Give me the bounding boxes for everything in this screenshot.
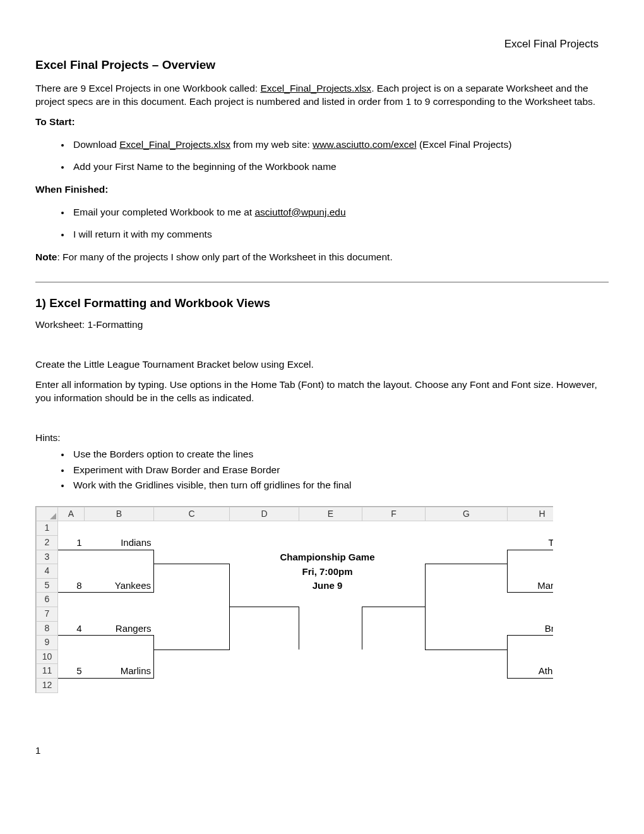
intro-text-1: There are 9 Excel Projects in one Workbo…: [35, 83, 260, 94]
select-all-corner[interactable]: [37, 507, 58, 521]
row-header[interactable]: 9: [37, 636, 58, 650]
row-header[interactable]: 8: [37, 621, 58, 636]
col-header[interactable]: H: [508, 507, 554, 521]
list-item: Email your completed Workbook to me at a…: [71, 205, 609, 219]
list-item: Work with the Gridlines visible, then tu…: [71, 478, 609, 492]
row-header[interactable]: 10: [37, 650, 58, 664]
cell[interactable]: Mariners: [508, 578, 554, 593]
to-start-list: Download Excel_Final_Projects.xlsx from …: [35, 138, 609, 174]
page-title: Excel Final Projects – Overview: [35, 57, 609, 74]
cell[interactable]: 8: [58, 578, 85, 593]
row-header[interactable]: 11: [37, 664, 58, 679]
excel-screenshot: A B C D E F G H I 1 2 1 Indians Tigers 2…: [35, 506, 553, 693]
note-label: Note: [35, 251, 57, 262]
row-header[interactable]: 4: [37, 564, 58, 579]
col-header-row: A B C D E F G H I: [37, 507, 554, 521]
li-text: (Excel Final Projects): [417, 139, 512, 150]
cell[interactable]: Fri, 7:00pm: [230, 564, 426, 579]
row-header[interactable]: 12: [37, 679, 58, 693]
col-header[interactable]: F: [362, 507, 426, 521]
note-paragraph: Note: For many of the projects I show on…: [35, 250, 609, 264]
when-finished-label: When Finished:: [35, 183, 609, 196]
cell[interactable]: Marlins: [85, 664, 154, 679]
cell[interactable]: 4: [58, 621, 85, 636]
page-number: 1: [35, 744, 609, 757]
cell[interactable]: Athletics: [508, 664, 554, 679]
note-text: : For many of the projects I show only p…: [57, 251, 392, 262]
li-filename: Excel_Final_Projects.xlsx: [119, 139, 230, 150]
li-email[interactable]: asciuttof@wpunj.edu: [254, 207, 345, 217]
header-title: Excel Final Projects: [504, 37, 599, 52]
list-item: Download Excel_Final_Projects.xlsx from …: [71, 138, 609, 152]
section-text: Enter all information by typing. Use opt…: [35, 378, 609, 405]
list-item: Add your First Name to the beginning of …: [71, 160, 609, 174]
hints-list: Use the Borders option to create the lin…: [35, 447, 609, 492]
cell[interactable]: 5: [58, 664, 85, 679]
col-header[interactable]: G: [426, 507, 508, 521]
list-item: Experiment with Draw Border and Erase Bo…: [71, 463, 609, 477]
row-header[interactable]: 3: [37, 550, 58, 564]
section-text: Create the Little League Tournament Brac…: [35, 358, 609, 372]
cell[interactable]: Rangers: [85, 621, 154, 636]
cell[interactable]: 1: [58, 536, 85, 550]
cell[interactable]: Tigers: [508, 536, 554, 550]
col-header[interactable]: A: [58, 507, 85, 521]
cell[interactable]: June 9: [230, 578, 426, 593]
li-text: Download: [73, 139, 119, 150]
divider: [35, 282, 609, 282]
cell[interactable]: Indians: [85, 536, 154, 550]
cell[interactable]: Championship Game: [230, 550, 426, 564]
row-header[interactable]: 7: [37, 607, 58, 622]
intro-paragraph: There are 9 Excel Projects in one Workbo…: [35, 82, 609, 109]
row-header[interactable]: 6: [37, 593, 58, 607]
li-text: Email your completed Workbook to me at: [73, 207, 254, 217]
li-url[interactable]: www.asciutto.com/excel: [313, 139, 417, 150]
col-header[interactable]: D: [230, 507, 299, 521]
row-header[interactable]: 1: [37, 521, 58, 536]
worksheet-name: Worksheet: 1-Formatting: [35, 318, 609, 332]
section-title: 1) Excel Formatting and Workbook Views: [35, 295, 609, 312]
row-header[interactable]: 2: [37, 536, 58, 550]
excel-grid: A B C D E F G H I 1 2 1 Indians Tigers 2…: [36, 507, 553, 693]
cell[interactable]: Yankees: [85, 578, 154, 593]
list-item: Use the Borders option to create the lin…: [71, 447, 609, 461]
col-header[interactable]: C: [154, 507, 230, 521]
cell[interactable]: Braves: [508, 621, 554, 636]
list-item: I will return it with my comments: [71, 227, 609, 241]
col-header[interactable]: B: [85, 507, 154, 521]
li-text: from my web site:: [230, 139, 313, 150]
intro-filename: Excel_Final_Projects.xlsx: [260, 83, 371, 94]
row-header[interactable]: 5: [37, 578, 58, 593]
finished-list: Email your completed Workbook to me at a…: [35, 205, 609, 241]
to-start-label: To Start:: [35, 115, 609, 129]
hints-label: Hints:: [35, 431, 609, 445]
col-header[interactable]: E: [299, 507, 362, 521]
